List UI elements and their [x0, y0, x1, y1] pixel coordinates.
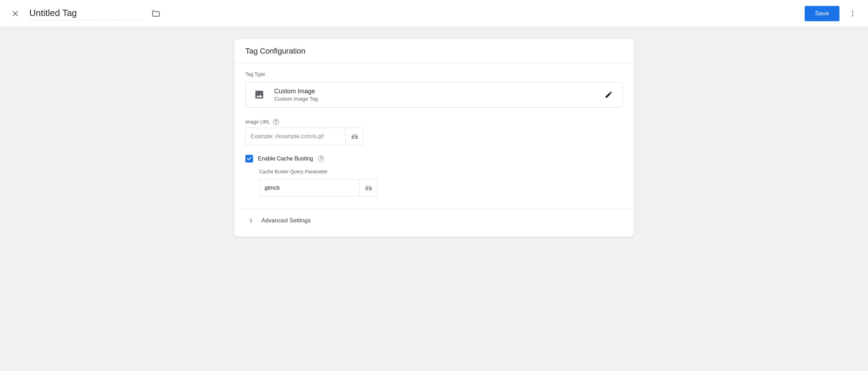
image-url-variable-button[interactable]	[346, 128, 364, 145]
tag-title-input[interactable]	[29, 7, 143, 20]
svg-point-3	[852, 13, 853, 14]
tag-type-selector[interactable]: Custom Image Custom Image Tag	[245, 82, 623, 108]
image-url-input[interactable]	[245, 128, 346, 145]
cache-buster-variable-button[interactable]	[360, 179, 378, 197]
image-url-help[interactable]	[273, 119, 279, 125]
tag-type-subtitle: Custom Image Tag	[274, 96, 594, 102]
help-icon	[319, 157, 323, 161]
cache-busting-checkbox[interactable]	[245, 155, 253, 163]
svg-point-2	[852, 10, 853, 12]
image-url-label: Image URL	[245, 119, 270, 125]
advanced-settings-label: Advanced Settings	[261, 217, 311, 224]
top-bar-left	[8, 7, 805, 21]
top-bar: Save	[0, 0, 868, 27]
check-icon	[246, 156, 252, 161]
variable-icon	[365, 185, 372, 191]
close-button[interactable]	[8, 7, 22, 21]
cache-buster-param-input[interactable]	[259, 179, 360, 197]
folder-icon	[151, 9, 160, 18]
svg-rect-13	[369, 186, 370, 187]
tag-type-name: Custom Image	[274, 88, 594, 95]
save-button[interactable]: Save	[805, 6, 839, 21]
cache-buster-input-row	[259, 179, 623, 197]
cache-buster-sub-section: Cache Buster Query Parameter	[245, 169, 623, 206]
svg-rect-6	[353, 134, 354, 135]
image-icon	[253, 89, 265, 101]
variable-icon	[351, 134, 358, 139]
more-vert-icon	[849, 10, 857, 17]
card-body: Tag Type Custom Image Custom Image Tag	[234, 63, 634, 237]
cache-busting-row: Enable Cache Busting	[245, 155, 623, 163]
svg-point-4	[852, 15, 853, 16]
cache-buster-param-label: Cache Buster Query Parameter	[259, 169, 623, 174]
more-button[interactable]	[846, 7, 860, 21]
svg-rect-16	[368, 188, 369, 190]
tag-type-text: Custom Image Custom Image Tag	[274, 88, 594, 102]
cache-busting-help[interactable]	[318, 156, 324, 162]
close-icon	[11, 10, 19, 17]
cache-busting-label: Enable Cache Busting	[258, 156, 313, 162]
chevron-right-icon	[248, 218, 254, 223]
help-icon	[274, 120, 277, 124]
svg-rect-12	[366, 186, 368, 187]
svg-rect-7	[355, 134, 356, 135]
content-area: Tag Configuration Tag Type Custom Image …	[0, 27, 868, 245]
image-url-label-row: Image URL	[245, 119, 623, 125]
tag-configuration-card: Tag Configuration Tag Type Custom Image …	[234, 39, 634, 237]
tag-type-label: Tag Type	[245, 71, 623, 77]
image-url-input-row	[245, 128, 623, 145]
svg-rect-10	[354, 136, 355, 139]
pencil-icon	[605, 90, 613, 99]
advanced-settings-toggle[interactable]: Advanced Settings	[245, 209, 623, 234]
edit-tag-type-button[interactable]	[603, 89, 615, 101]
card-title: Tag Configuration	[234, 39, 634, 63]
folder-button[interactable]	[149, 7, 163, 20]
